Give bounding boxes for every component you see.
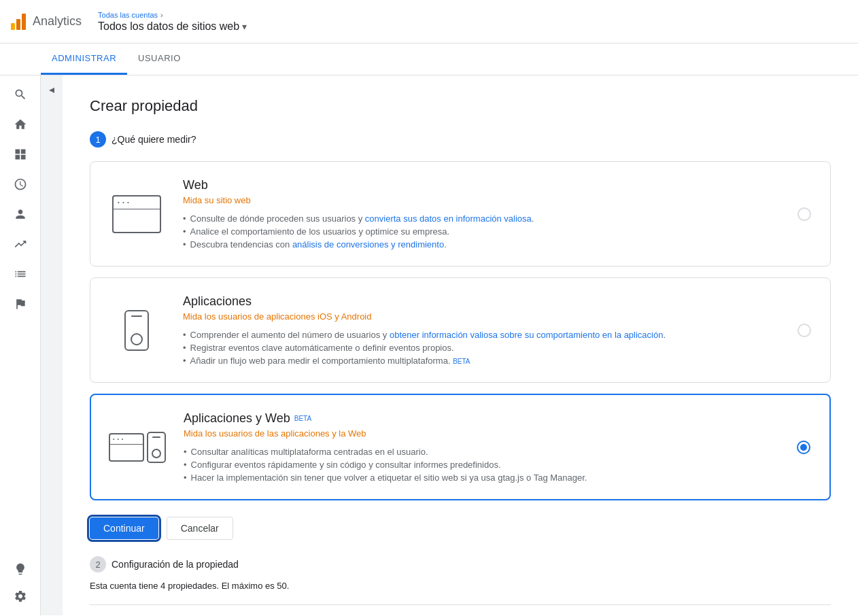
apps-bullet-3: Añadir un flujo web para medir el compor… (183, 356, 778, 366)
phone-small-icon (147, 432, 166, 463)
action-buttons: Continuar Cancelar (90, 517, 831, 540)
apps-web-bullet-1: Consultar analíticas multiplataforma cen… (184, 447, 778, 457)
combo-icon (109, 432, 166, 463)
apps-web-bullet-3: Hacer la implementación sin tener que vo… (184, 473, 778, 483)
apps-radio[interactable] (797, 324, 811, 337)
step1-text: ¿Qué quiere medir? (111, 134, 196, 145)
apps-card-content: Aplicaciones Mida los usuarios de aplica… (183, 294, 778, 366)
sidebar-bottom (7, 555, 34, 610)
main-layout: ◂ Crear propiedad 1 ¿Qué quiere medir? W… (0, 75, 858, 615)
option-card-web[interactable]: Web Mida su sitio web Consulte de dónde … (90, 161, 831, 267)
browser-icon (112, 195, 161, 233)
account-name-text: Todos los datos de sitios web (98, 20, 239, 33)
app-name: Analytics (33, 14, 82, 29)
tab-usuario[interactable]: USUARIO (127, 44, 192, 75)
account-dropdown-icon: ▾ (242, 21, 247, 32)
web-radio[interactable] (797, 207, 811, 221)
back-panel: ◂ (41, 75, 63, 615)
sidebar-icon-realtime[interactable] (7, 171, 34, 198)
web-bullet-3: Descubra tendencias con análisis de conv… (183, 239, 778, 250)
continue-button[interactable]: Continuar (90, 517, 158, 539)
sidebar-icon-reports[interactable] (7, 141, 34, 168)
sidebar-icon-home[interactable] (7, 111, 34, 138)
apps-card-title: Aplicaciones (183, 294, 778, 309)
sidebar-icon-settings[interactable] (7, 583, 34, 610)
web-card-title: Web (183, 178, 778, 192)
property-count-text: Esta cuenta tiene 4 propiedades. El máxi… (90, 581, 831, 591)
option-card-apps[interactable]: Aplicaciones Mida los usuarios de aplica… (90, 277, 831, 383)
sidebar-icon-ideas[interactable] (7, 555, 34, 583)
apps-web-card-subtitle: Mida los usuarios de las aplicaciones y … (184, 428, 778, 439)
step1-label: 1 ¿Qué quiere medir? (90, 131, 831, 148)
step2-text: Configuración de la propiedad (111, 559, 239, 570)
apps-web-card-content: Aplicaciones y Web BETA Mida los usuario… (184, 411, 778, 483)
apps-web-icon (110, 432, 165, 463)
content-area: Crear propiedad 1 ¿Qué quiere medir? Web… (63, 75, 858, 615)
logo-container: Analytics (11, 14, 82, 30)
web-card-bullets: Consulte de dónde proceden sus usuarios … (183, 213, 778, 250)
tab-administrar[interactable]: ADMINISTRAR (41, 44, 127, 75)
web-card-subtitle: Mida su sitio web (183, 195, 778, 205)
step2-circle: 2 (90, 556, 106, 572)
tabs-bar: ADMINISTRAR USUARIO (0, 44, 858, 75)
step2-label: 2 Configuración de la propiedad (90, 556, 831, 572)
account-name-row[interactable]: Todos los datos de sitios web ▾ (98, 20, 247, 33)
apps-card-bullets: Comprender el aumento del número de usua… (183, 330, 778, 366)
logo-bar-2 (16, 19, 20, 30)
sidebar-icon-search[interactable] (7, 81, 34, 108)
web-bullet-1: Consulte de dónde proceden sus usuarios … (183, 213, 778, 224)
page-title: Crear propiedad (90, 97, 831, 115)
apps-web-bullet-2: Configurar eventos rápidamente y sin cód… (184, 460, 778, 470)
sidebar-icon-conversions[interactable] (7, 290, 34, 318)
sidebar-icon-behavior[interactable] (7, 260, 34, 288)
analytics-logo (11, 14, 26, 30)
option-card-apps-web[interactable]: Aplicaciones y Web BETA Mida los usuario… (90, 394, 831, 500)
sidebar (0, 75, 41, 615)
header: Analytics Todas las cuentas › Todos los … (0, 0, 858, 44)
web-card-content: Web Mida su sitio web Consulte de dónde … (183, 178, 778, 250)
apps-icon (109, 310, 164, 351)
web-icon (109, 195, 164, 233)
apps-card-subtitle: Mida los usuarios de aplicaciones iOS y … (183, 311, 778, 322)
breadcrumb: Todas las cuentas › (98, 11, 247, 19)
web-bullet-2: Analice el comportamiento de los usuario… (183, 226, 778, 237)
apps-bullet-2: Registrar eventos clave automáticamente … (183, 343, 778, 353)
account-selector[interactable]: Todas las cuentas › Todos los datos de s… (98, 11, 247, 33)
browser-small-icon (109, 433, 144, 462)
breadcrumb-chevron: › (160, 11, 163, 19)
divider (90, 604, 831, 605)
cancel-button[interactable]: Cancelar (167, 517, 233, 540)
step2-section: 2 Configuración de la propiedad Esta cue… (90, 556, 831, 615)
apps-web-radio[interactable] (797, 441, 810, 454)
apps-web-card-bullets: Consultar analíticas multiplataforma cen… (184, 447, 778, 483)
logo-bar-3 (22, 14, 26, 30)
step1-circle: 1 (90, 131, 106, 148)
apps-bullet-1: Comprender el aumento del número de usua… (183, 330, 778, 340)
back-button[interactable]: ◂ (44, 81, 60, 97)
phone-icon (124, 310, 149, 351)
sidebar-icon-audience[interactable] (7, 201, 34, 228)
beta-badge: BETA (294, 415, 311, 422)
sidebar-icon-acquisition[interactable] (7, 230, 34, 258)
logo-bar-1 (11, 23, 15, 30)
breadcrumb-link[interactable]: Todas las cuentas (98, 11, 158, 19)
apps-web-card-title: Aplicaciones y Web BETA (184, 411, 778, 426)
